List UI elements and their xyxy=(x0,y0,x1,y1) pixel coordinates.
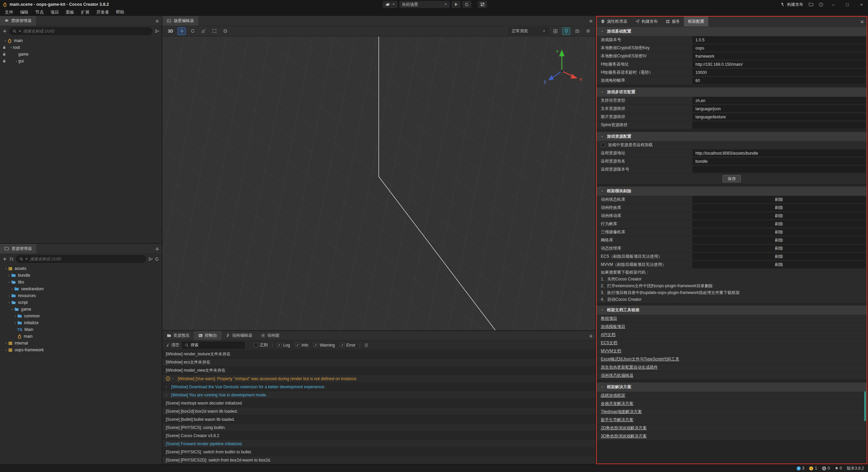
mode-3d-toggle[interactable]: 3D xyxy=(166,28,175,34)
doc-link[interactable]: API文档 xyxy=(601,332,615,338)
log-row[interactable]: [Window] ecs文件夹存在 xyxy=(162,358,595,367)
hierarchy-filter-button[interactable] xyxy=(155,29,159,33)
chevron-right-icon[interactable]: › xyxy=(10,287,14,291)
console-menu-icon[interactable]: ≡ xyxy=(589,333,592,339)
section-header[interactable]: ›游戏资源配置 xyxy=(597,132,867,141)
doc-link[interactable]: 2D角色扮演游戏解决方案 xyxy=(601,425,647,431)
scene-settings-button[interactable] xyxy=(584,27,592,35)
tree-row-game[interactable]: game xyxy=(0,51,162,58)
remove-button[interactable]: 剔除 xyxy=(692,204,866,211)
remove-button[interactable]: 剔除 xyxy=(692,261,866,268)
doc-link[interactable]: ECS文档 xyxy=(601,340,617,346)
section-header[interactable]: ›游戏多语言配置 xyxy=(597,87,867,97)
menu-item-5[interactable]: 扩展 xyxy=(78,9,93,15)
tree-row-bundle[interactable]: ›bundle xyxy=(0,272,162,279)
inspector-tab-1[interactable]: 构建发布 xyxy=(631,16,662,26)
console-search-input[interactable]: 搜索 xyxy=(182,342,245,349)
console-tab-0[interactable]: 资源预览 xyxy=(162,331,194,340)
remove-button[interactable]: 剔除 xyxy=(692,212,866,219)
field-input[interactable]: http://192.168.0.150/main/ xyxy=(692,61,866,68)
field-input[interactable]: 10000 xyxy=(692,69,866,76)
doc-link[interactable]: MVVM文档 xyxy=(601,348,621,354)
info-count[interactable]: i 3 xyxy=(796,466,805,471)
grid-view-button[interactable] xyxy=(551,27,559,35)
notification-count[interactable]: 0 xyxy=(835,466,842,471)
doc-link[interactable]: 全栈开发解决方案 xyxy=(601,401,633,407)
menu-item-3[interactable]: 项目 xyxy=(47,9,62,15)
chevron-right-icon[interactable]: › xyxy=(172,377,176,380)
assets-search-input[interactable]: ▼ 搜索名称或 UUID xyxy=(16,255,146,263)
build-button[interactable]: 构建发布 xyxy=(781,2,803,7)
field-input[interactable]: bundle xyxy=(692,158,866,165)
field-input[interactable] xyxy=(692,166,866,173)
chevron-down-icon[interactable]: › xyxy=(7,280,11,284)
tree-row-main[interactable]: main xyxy=(0,333,162,340)
rotate-tool-button[interactable] xyxy=(189,27,197,35)
hierarchy-search-input[interactable]: ▼ 搜索名称或 UUID xyxy=(9,27,152,35)
view-mode-select[interactable]: 正常浏览 ▼ xyxy=(509,27,549,35)
section-header[interactable]: ›框架解决方案 xyxy=(597,382,867,392)
tree-row-gui[interactable]: ›gui xyxy=(0,58,162,64)
log-file-icon[interactable] xyxy=(364,343,368,347)
tree-row-initialize[interactable]: ›initialize xyxy=(0,319,162,326)
remove-button[interactable]: 剔除 xyxy=(692,229,866,236)
chevron-right-icon[interactable]: › xyxy=(166,385,169,389)
tree-row-seedrandom[interactable]: ›seedrandom xyxy=(0,286,162,292)
inspector-tab-3[interactable]: 框架配置 xyxy=(684,16,708,26)
menu-item-7[interactable]: 帮助 xyxy=(113,9,128,15)
doc-link[interactable]: 3D角色扮演游戏解决方案 xyxy=(601,433,647,439)
doc-link[interactable]: Tiledmap地图解决方案 xyxy=(601,409,642,415)
remove-button[interactable]: 剔除 xyxy=(692,253,866,260)
tab-assets[interactable]: 资源管理器 xyxy=(0,244,36,254)
tree-row-script[interactable]: ›script xyxy=(0,299,162,306)
chevron-down-icon[interactable]: › xyxy=(4,39,7,43)
field-input[interactable]: language/texture xyxy=(692,113,866,120)
tree-row-game[interactable]: ›game xyxy=(0,306,162,313)
tree-row-Main[interactable]: TSMain xyxy=(0,326,162,333)
chevron-right-icon[interactable]: › xyxy=(13,321,17,325)
console-tab-3[interactable]: 动画图 xyxy=(257,331,284,340)
filter-log-checkbox[interactable]: ✓Log xyxy=(277,343,290,348)
chevron-right-icon[interactable]: › xyxy=(14,59,18,63)
chevron-right-icon[interactable]: › xyxy=(4,348,8,352)
tree-row-common[interactable]: ›common xyxy=(0,313,162,319)
scale-tool-button[interactable] xyxy=(199,27,208,35)
menu-item-4[interactable]: 面板 xyxy=(62,9,78,15)
tree-row-root[interactable]: ›root xyxy=(0,44,162,51)
section-header[interactable]: ›游戏基础配置 xyxy=(597,27,867,36)
doc-link[interactable]: 游戏模板项目 xyxy=(601,324,625,330)
doc-link[interactable]: Excel格式转Json文件与TypeScript代码工具 xyxy=(601,356,679,362)
console-tab-2[interactable]: 动画编辑器 xyxy=(221,331,257,340)
tab-scene-editor[interactable]: 场景编辑器 xyxy=(162,16,198,26)
doc-link[interactable]: 新手引导解决方案 xyxy=(601,417,633,423)
log-row[interactable]: ›[Window] Download the Vue Devtools exte… xyxy=(162,383,595,391)
rect-tool-button[interactable] xyxy=(210,27,218,35)
clear-console-button[interactable]: 清空 xyxy=(166,342,179,348)
hierarchy-menu-icon[interactable]: ≡ xyxy=(156,18,159,24)
close-button[interactable]: × xyxy=(857,2,866,7)
sort-assets-button[interactable] xyxy=(9,257,14,261)
help-icon[interactable]: ? xyxy=(819,2,823,7)
inspector-tab-2[interactable]: 服务 xyxy=(662,16,684,26)
tree-row-main[interactable]: ›main xyxy=(0,37,162,44)
menu-item-0[interactable]: 文件 xyxy=(1,9,17,15)
log-row[interactable]: [Scene] Cocos Creator v3.8.2 xyxy=(162,432,595,440)
refresh-assets-button[interactable] xyxy=(155,257,159,261)
log-row[interactable]: [Window] render_texture文件夹存在 xyxy=(162,350,595,358)
log-row[interactable]: ›[Window] You are running Vue in develop… xyxy=(162,391,595,399)
camera-settings-button[interactable] xyxy=(573,27,581,35)
field-input[interactable]: 1.0.5 xyxy=(692,36,866,43)
save-button[interactable]: 保存 xyxy=(723,175,741,182)
field-input[interactable]: oops xyxy=(692,44,866,52)
remove-button[interactable]: 剔除 xyxy=(692,196,866,203)
log-row[interactable]: [Scene] [PHYSICS]: using builtin. xyxy=(162,424,595,432)
remove-button[interactable]: 剔除 xyxy=(692,220,866,228)
scene-select[interactable]: 当前场景 ▼ xyxy=(399,1,450,8)
field-input[interactable]: language/json xyxy=(692,105,866,112)
tree-row-resources[interactable]: ›resources xyxy=(0,292,162,299)
log-row[interactable]: [Scene] [PHYSICS2D]: switch from box2d-w… xyxy=(162,456,595,464)
doc-link[interactable]: 原生包热更新配置自动生成插件 xyxy=(601,365,658,370)
field-input[interactable]: http://localhost:8083/assets/bundle xyxy=(692,150,866,157)
chevron-right-icon[interactable]: › xyxy=(13,314,17,318)
filter-warning-checkbox[interactable]: ✓Warning xyxy=(314,343,335,348)
